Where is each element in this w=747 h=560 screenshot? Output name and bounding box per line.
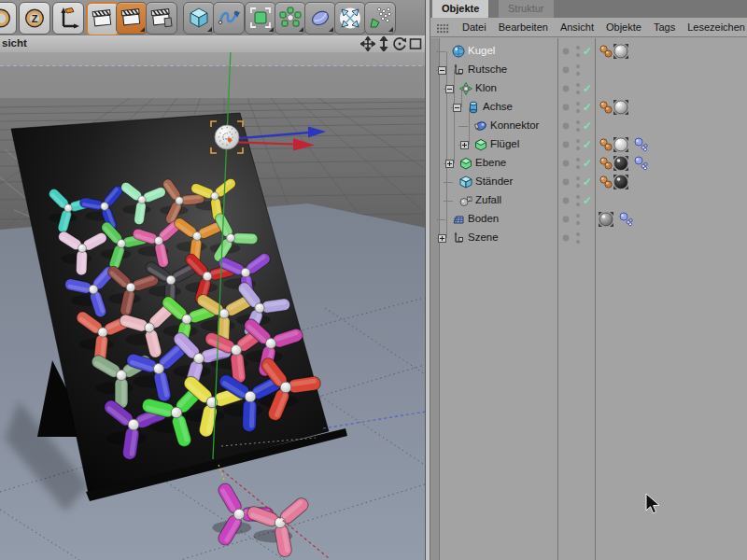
cube-object-icon [459,175,472,189]
menu-tags[interactable]: Tags [654,21,675,33]
tree-row-flgel[interactable]: Flügel ✓ [430,135,747,154]
enable-checkmark[interactable]: ✓ [583,194,592,207]
pan-icon[interactable] [360,36,375,51]
drag-grip-icon[interactable] [436,23,449,34]
expander-plus[interactable] [460,141,469,149]
cloner-object-icon [459,82,472,95]
expander-plus[interactable] [445,160,454,168]
tab-objekte[interactable]: Objekte [432,0,488,18]
dynamics-tag[interactable] [618,212,633,231]
dynamics-tag[interactable] [633,156,648,175]
object-name[interactable]: Szene [468,231,499,243]
sphere-object-icon [452,45,465,58]
object-name[interactable]: Ständer [475,175,513,187]
expander-plus[interactable] [438,234,446,243]
redo-z-button[interactable]: Z [19,2,50,35]
material-silver[interactable] [613,100,628,119]
enable-checkmark[interactable]: ✓ [583,82,592,95]
object-name[interactable]: Flügel [490,138,519,149]
phong-tag[interactable] [599,44,613,63]
object-name[interactable]: Ebene [475,157,506,168]
dynamics-tag[interactable] [633,137,648,156]
undo-ring-button[interactable] [0,2,17,35]
material-black[interactable] [613,156,628,175]
enable-checkmark[interactable]: ✓ [583,101,592,114]
object-name[interactable]: Kugel [468,45,495,56]
object-manager-tabs: ObjekteStruktur [430,0,747,18]
mouse-cursor [645,493,664,515]
visibility-dots[interactable] [558,210,592,229]
object-name[interactable]: Achse [483,101,513,112]
kugel-object[interactable] [215,125,239,149]
null-object-icon [452,231,465,245]
flyout-triangle-icon [299,27,303,32]
material-white[interactable] [613,137,628,156]
tree-row-boden[interactable]: Boden [430,210,747,229]
object-name[interactable]: Boden [468,213,499,224]
object-name[interactable]: Konnektor [490,119,539,131]
enable-checkmark[interactable]: ✓ [583,175,592,189]
phong-tag[interactable] [599,156,613,175]
object-origin-dot [228,138,232,142]
svg-text:Z: Z [32,13,38,24]
expander-minus[interactable] [453,104,461,112]
render-active-button[interactable] [116,2,148,35]
phong-tag[interactable] [599,137,613,156]
enable-checkmark[interactable]: ✓ [583,119,592,133]
material-silver[interactable] [613,44,628,63]
menu-lesezeichen[interactable]: Lesezeichen [687,21,745,33]
tree-row-ebene[interactable]: Ebene ✓ [430,154,747,173]
connector-object-icon [474,119,487,133]
tree-row-konnektor[interactable]: Konnektor ✓ [430,117,747,135]
tree-row-zufall[interactable]: 0Zufall ✓ [430,191,747,210]
render-settings-button[interactable] [146,2,177,35]
visibility-dots[interactable] [558,61,592,79]
spline-button[interactable] [213,2,245,35]
object-name[interactable]: Zufall [475,194,501,205]
flyout-triangle-icon [269,27,274,32]
phong-tag[interactable] [599,100,613,119]
maximize-icon[interactable] [408,36,423,51]
render-view-button[interactable] [86,2,120,36]
material-black[interactable] [613,175,628,193]
menu-ansicht[interactable]: Ansicht [560,21,594,33]
cube-primitive-button[interactable] [183,2,215,35]
enable-checkmark[interactable]: ✓ [583,45,592,58]
tree-row-szene[interactable]: Szene [430,229,747,247]
object-name[interactable]: Rutsche [468,63,507,75]
cylinder-object-icon [467,101,480,114]
tree-row-achse[interactable]: Achse ✓ [430,98,747,117]
tree-row-stnder[interactable]: Ständer ✓ [430,173,747,191]
polygon-object-icon [474,138,487,151]
hypernurbs-button[interactable] [245,2,276,35]
col-line-1 [557,38,558,560]
menu-objekte[interactable]: Objekte [606,21,641,33]
tab-struktur[interactable]: Struktur [499,0,554,18]
tree-row-kugel[interactable]: Kugel ✓ [430,42,747,61]
object-manager: ObjekteStruktur DateiBearbeitenAnsichtOb… [430,0,747,560]
material-gray[interactable] [599,212,613,231]
axis-cube-button[interactable] [52,2,84,35]
phong-tag[interactable] [599,175,613,193]
col-line-2 [595,38,596,560]
array-button[interactable] [275,2,306,35]
expander-minus[interactable] [445,85,454,93]
deformer-button[interactable] [334,2,366,35]
particles-button[interactable] [364,2,396,35]
expander-minus[interactable] [438,66,446,75]
enable-checkmark[interactable]: ✓ [583,157,592,170]
visibility-dots[interactable] [558,229,592,247]
menu-datei[interactable]: Datei [462,21,486,33]
menu-bearbeiten[interactable]: Bearbeiten [499,21,548,33]
tree-row-rutsche[interactable]: Rutsche [430,61,747,79]
floor-object-icon [452,213,465,226]
flyout-triangle-icon [207,27,212,32]
rotate-icon[interactable] [392,36,407,51]
perspective-viewport[interactable] [0,52,426,560]
viewport-title: sicht [2,37,27,49]
object-name[interactable]: Klon [475,82,497,93]
zoom-icon[interactable] [376,36,391,51]
tree-row-klon[interactable]: Klon ✓ [430,79,747,98]
enable-checkmark[interactable]: ✓ [583,138,592,151]
modeling-button[interactable] [304,2,336,35]
